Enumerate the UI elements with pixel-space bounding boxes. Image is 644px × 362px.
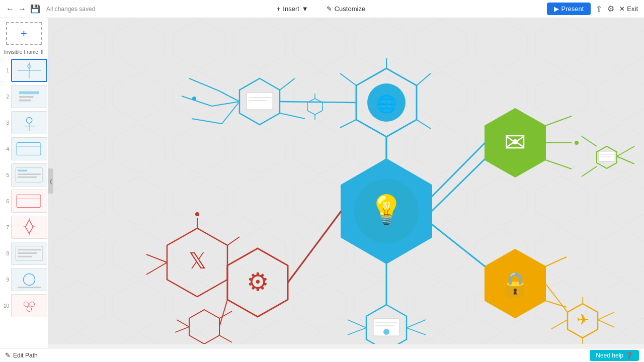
need-help-button[interactable]: Need help ❓ bbox=[590, 350, 639, 361]
slide-thumb-8[interactable]: 8 bbox=[2, 242, 46, 265]
slide-preview-5 bbox=[11, 163, 47, 187]
insert-menu[interactable]: + Insert ▼ bbox=[273, 3, 312, 15]
save-icon[interactable]: 💾 bbox=[30, 4, 40, 14]
svg-rect-76 bbox=[599, 151, 615, 161]
svg-rect-20 bbox=[12, 190, 47, 212]
svg-text:🔒: 🔒 bbox=[500, 270, 530, 299]
canvas-svg: 💡 🌐 ✉ bbox=[48, 18, 644, 344]
insert-chevron: ▼ bbox=[302, 5, 308, 13]
sidebar-collapse-handle[interactable]: ❮ bbox=[48, 168, 53, 194]
need-help-label: Need help bbox=[596, 352, 623, 359]
svg-rect-37 bbox=[12, 295, 47, 317]
redo-icon[interactable]: → bbox=[18, 5, 26, 14]
topbar: ← → 💾 All changes saved + Insert ▼ ✎ Cus… bbox=[0, 0, 644, 18]
slide-preview-9 bbox=[11, 268, 47, 291]
svg-rect-32 bbox=[18, 252, 37, 254]
svg-text:🌐: 🌐 bbox=[376, 94, 397, 114]
edit-path-icon: ✎ bbox=[5, 351, 11, 359]
slide-thumb-5[interactable]: 5 bbox=[2, 163, 46, 187]
svg-point-63 bbox=[192, 97, 196, 101]
save-status: All changes saved bbox=[46, 6, 95, 13]
svg-rect-12 bbox=[12, 138, 47, 160]
slide-thumb-9[interactable]: 9 bbox=[2, 268, 46, 291]
present-label: Present bbox=[561, 5, 584, 13]
svg-point-89 bbox=[383, 329, 389, 335]
add-slide-button[interactable]: + bbox=[6, 22, 42, 45]
svg-rect-36 bbox=[18, 287, 41, 288]
slide-thumb-3[interactable]: 3 bbox=[2, 111, 46, 134]
play-icon: ▶ bbox=[554, 5, 559, 13]
slide-preview-10 bbox=[11, 294, 47, 317]
collapse-icon: ❮ bbox=[49, 178, 53, 184]
insert-label: Insert bbox=[283, 5, 299, 13]
pencil-icon: ✎ bbox=[327, 5, 332, 13]
slide-preview-3 bbox=[11, 111, 47, 134]
main-canvas: 💡 🌐 ✉ bbox=[48, 18, 644, 344]
slide-preview-8 bbox=[11, 242, 47, 265]
slide-preview-4 bbox=[11, 137, 47, 160]
slide-preview-6 bbox=[11, 190, 47, 213]
svg-text:⚙: ⚙ bbox=[247, 268, 269, 296]
slide-thumb-6[interactable]: 6 bbox=[2, 190, 46, 213]
slide-panel: + Invisible Frame ⇕ 1 2 bbox=[0, 18, 48, 362]
svg-text:𝕏: 𝕏 bbox=[189, 248, 206, 273]
slide-thumb-2[interactable]: 2 bbox=[2, 85, 46, 108]
slide-preview-7 bbox=[11, 216, 47, 239]
frame-label: Invisible Frame ⇕ bbox=[4, 49, 44, 55]
bottombar: ✎ Edit Path Need help ❓ bbox=[0, 348, 644, 362]
edit-path-button[interactable]: ✎ Edit Path bbox=[5, 351, 38, 359]
svg-text:💡: 💡 bbox=[369, 193, 404, 226]
svg-rect-33 bbox=[18, 256, 32, 257]
svg-text:✉: ✉ bbox=[504, 128, 526, 157]
svg-point-112 bbox=[195, 212, 199, 216]
slide-preview-1 bbox=[11, 59, 47, 82]
exit-button[interactable]: ✕ Exit bbox=[619, 5, 638, 13]
slide-thumb-4[interactable]: 4 bbox=[2, 137, 46, 160]
undo-icon[interactable]: ← bbox=[6, 5, 14, 14]
svg-text:✈: ✈ bbox=[577, 311, 589, 328]
x-icon: ✕ bbox=[619, 5, 625, 13]
slide-thumb-7[interactable]: 7 bbox=[2, 216, 46, 239]
slide-thumb-1[interactable]: 1 bbox=[2, 59, 46, 82]
svg-rect-17 bbox=[18, 169, 27, 171]
svg-rect-52 bbox=[247, 93, 273, 110]
customize-label: Customize bbox=[335, 5, 365, 13]
svg-rect-19 bbox=[18, 176, 37, 178]
customize-menu[interactable]: ✎ Customize bbox=[323, 3, 369, 15]
svg-rect-31 bbox=[18, 249, 41, 250]
svg-rect-5 bbox=[19, 91, 39, 94]
settings-icon[interactable]: ⚙ bbox=[607, 4, 614, 14]
share-icon[interactable]: ⇧ bbox=[596, 4, 602, 14]
exit-label: Exit bbox=[627, 5, 638, 13]
insert-icon: + bbox=[277, 5, 281, 13]
svg-point-74 bbox=[575, 141, 579, 145]
svg-rect-6 bbox=[19, 96, 34, 98]
slide-thumb-10[interactable]: 10 bbox=[2, 294, 46, 317]
edit-path-label: Edit Path bbox=[13, 352, 38, 359]
help-icon: ❓ bbox=[625, 352, 633, 359]
slide-preview-2 bbox=[11, 85, 47, 108]
svg-rect-18 bbox=[18, 173, 41, 175]
svg-rect-7 bbox=[19, 100, 31, 102]
present-button[interactable]: ▶ Present bbox=[547, 3, 591, 15]
